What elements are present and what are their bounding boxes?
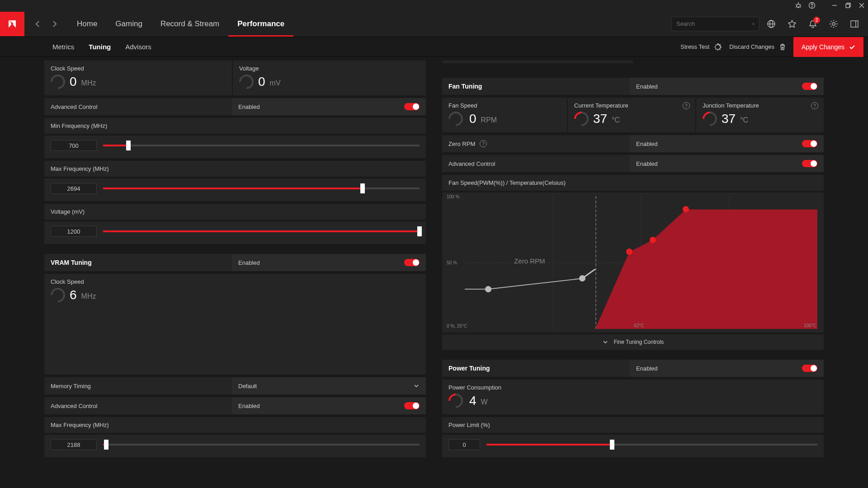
voltage-slider-label: Voltage (mV) xyxy=(44,204,426,220)
info-icon[interactable]: ? xyxy=(480,140,487,147)
fan-tuning-header: Fan Tuning Enabled xyxy=(442,78,824,95)
svg-point-18 xyxy=(832,23,835,25)
memory-timing-row: Memory Timing Default xyxy=(44,377,426,394)
fan-curve-chart[interactable]: 100 % 50 % 0 %, 25°C xyxy=(442,192,824,333)
gpu-advanced-control-row: Advanced Control Enabled xyxy=(44,98,426,115)
panel-icon[interactable] xyxy=(845,15,863,33)
vram-max-freq-slider[interactable] xyxy=(103,444,420,446)
info-icon[interactable]: ? xyxy=(811,102,818,109)
search-box[interactable] xyxy=(671,17,760,31)
svg-point-26 xyxy=(716,48,717,49)
info-icon[interactable]: ? xyxy=(683,102,690,109)
vram-max-freq-input[interactable] xyxy=(51,439,97,450)
gpu-voltage-gauge: Voltage 0 mV xyxy=(233,61,426,95)
maximize-icon[interactable] xyxy=(844,2,852,9)
gpu-advanced-control-toggle[interactable] xyxy=(404,103,420,110)
power-limit-slider[interactable] xyxy=(486,444,817,446)
discard-changes-button[interactable]: Discard Changes xyxy=(729,43,786,51)
svg-line-4 xyxy=(796,7,797,7)
help-icon[interactable] xyxy=(808,2,816,9)
svg-rect-19 xyxy=(851,21,858,27)
power-tuning-toggle[interactable] xyxy=(802,365,817,372)
debug-icon[interactable] xyxy=(795,2,802,9)
svg-line-14 xyxy=(754,24,754,24)
min-freq-input[interactable] xyxy=(51,140,97,151)
nav-record-stream[interactable]: Record & Stream xyxy=(151,11,228,37)
close-icon[interactable] xyxy=(858,2,865,9)
zero-rpm-row: Zero RPM ? Enabled xyxy=(442,135,824,152)
apply-changes-button[interactable]: Apply Changes xyxy=(793,37,863,57)
tab-metrics[interactable]: Metrics xyxy=(45,38,81,56)
max-freq-slider-row xyxy=(44,178,426,201)
vram-max-freq-slider-row xyxy=(44,435,426,457)
svg-point-24 xyxy=(720,48,721,49)
back-button[interactable] xyxy=(30,16,46,32)
svg-line-3 xyxy=(800,5,801,5)
svg-point-22 xyxy=(719,44,720,45)
vram-max-freq-label: Max Frequency (MHz) xyxy=(44,417,426,433)
power-consumption-gauge: Power Consumption 4 W xyxy=(442,380,824,414)
tab-advisors[interactable]: Advisors xyxy=(118,38,159,56)
vram-clock-speed-gauge: Clock Speed 6 MHz xyxy=(44,274,426,375)
trash-icon xyxy=(779,43,786,51)
star-icon[interactable] xyxy=(783,15,801,33)
voltage-slider[interactable] xyxy=(103,230,420,232)
max-freq-label: Max Frequency (MHz) xyxy=(44,161,426,177)
power-limit-slider-row xyxy=(442,435,824,457)
sub-nav: Metrics Tuning Advisors Stress Test Disc… xyxy=(0,37,868,57)
current-temp-gauge: Current Temperature ? 37 °C xyxy=(568,98,695,132)
svg-line-5 xyxy=(800,7,801,7)
svg-point-13 xyxy=(753,23,754,24)
fan-chart-title: Fan Speed(PWM(%)) / Temperature(Celsius) xyxy=(442,175,824,191)
vram-tuning-toggle[interactable] xyxy=(404,259,420,266)
nav-home[interactable]: Home xyxy=(68,11,106,37)
vram-advanced-control-row: Advanced Control Enabled xyxy=(44,397,426,414)
notification-badge: 2 xyxy=(813,17,820,23)
svg-point-25 xyxy=(717,49,718,50)
svg-point-27 xyxy=(715,47,716,47)
bell-icon[interactable]: 2 xyxy=(804,15,822,33)
min-freq-label: Min Frequency (MHz) xyxy=(44,118,426,134)
voltage-slider-row xyxy=(44,221,426,244)
fine-tuning-controls-button[interactable]: Fine Tuning Controls xyxy=(442,334,824,350)
svg-line-2 xyxy=(796,5,797,5)
vram-advanced-control-toggle[interactable] xyxy=(404,402,420,409)
max-freq-input[interactable] xyxy=(51,183,97,194)
fan-advanced-control-toggle[interactable] xyxy=(802,160,817,167)
memory-timing-dropdown[interactable]: Default xyxy=(238,383,420,389)
svg-rect-10 xyxy=(846,4,849,8)
tab-tuning[interactable]: Tuning xyxy=(81,38,118,56)
svg-point-23 xyxy=(720,46,721,47)
max-freq-slider[interactable] xyxy=(103,188,420,189)
stress-test-button[interactable]: Stress Test xyxy=(680,43,722,51)
search-icon xyxy=(752,20,755,28)
svg-point-8 xyxy=(812,7,812,7)
min-freq-slider[interactable] xyxy=(103,145,420,146)
gear-icon[interactable] xyxy=(825,15,843,33)
fan-tuning-toggle[interactable] xyxy=(802,83,817,90)
svg-point-21 xyxy=(717,43,719,45)
vram-tuning-header: VRAM Tuning Enabled xyxy=(44,254,426,271)
spinner-icon xyxy=(714,43,722,51)
titlebar xyxy=(0,0,868,11)
chevron-down-icon xyxy=(602,339,609,345)
power-limit-input[interactable] xyxy=(448,439,480,450)
chevron-down-icon xyxy=(413,383,420,389)
nav-performance[interactable]: Performance xyxy=(228,11,293,37)
voltage-input[interactable] xyxy=(51,226,97,237)
svg-marker-29 xyxy=(595,209,817,329)
check-icon xyxy=(849,44,855,50)
forward-button[interactable] xyxy=(46,16,62,32)
zero-rpm-toggle[interactable] xyxy=(802,140,817,147)
minimize-icon[interactable] xyxy=(831,2,838,9)
search-input[interactable] xyxy=(676,20,752,27)
gpu-clock-speed-gauge: Clock Speed 0 MHz xyxy=(44,61,232,95)
fan-advanced-control-row: Advanced Control Enabled xyxy=(442,155,824,172)
top-nav: Home Gaming Record & Stream Performance … xyxy=(0,11,868,37)
min-freq-slider-row xyxy=(44,136,426,158)
web-icon[interactable] xyxy=(762,15,780,33)
nav-gaming[interactable]: Gaming xyxy=(106,11,151,37)
junction-temp-gauge: Junction Temperature ? 37 °C xyxy=(696,98,824,132)
amd-logo[interactable] xyxy=(0,12,24,36)
power-limit-label: Power Limit (%) xyxy=(442,417,824,433)
